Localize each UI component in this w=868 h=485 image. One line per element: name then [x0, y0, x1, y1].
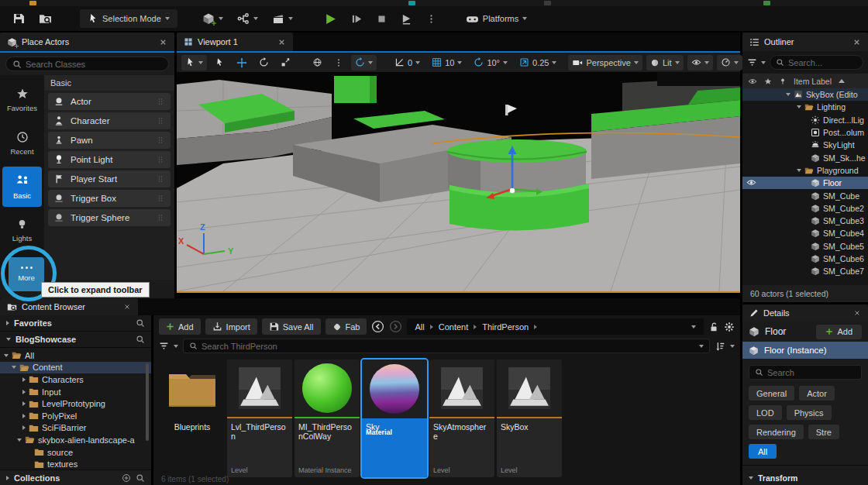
outliner-row-sm-cube[interactable]: SM_Cube: [742, 189, 868, 201]
tab-outliner[interactable]: Outliner: [742, 33, 868, 51]
close-icon[interactable]: [853, 309, 861, 317]
outliner-row-sm-cube6[interactable]: SM_Cube6: [742, 253, 868, 265]
asset-tile-skyatmosphere[interactable]: SkyAtmosphere Level: [429, 359, 494, 477]
outliner-row-postprocess[interactable]: Post...olum: [742, 126, 868, 139]
forward-button[interactable]: [389, 320, 402, 333]
outliner-row-sm-cube5[interactable]: SM_Cube5: [742, 240, 868, 253]
drag-handle-icon[interactable]: [156, 136, 165, 145]
play-button[interactable]: [319, 9, 342, 28]
chip-all[interactable]: All: [749, 444, 777, 459]
select-tool-button[interactable]: [211, 55, 229, 71]
play-options-button[interactable]: [422, 9, 441, 28]
grid-snap-dropdown[interactable]: 10: [428, 55, 466, 71]
drag-handle-icon[interactable]: [156, 213, 165, 222]
category-basic[interactable]: Basic: [2, 167, 42, 207]
surface-snap-dropdown[interactable]: [351, 55, 377, 71]
filter-chevron[interactable]: [174, 345, 178, 348]
scale-tool-button[interactable]: [277, 55, 294, 71]
show-flags-dropdown[interactable]: [687, 55, 713, 71]
launch-button[interactable]: [396, 9, 417, 28]
visibility-column-icon[interactable]: [748, 77, 757, 86]
close-icon[interactable]: [123, 303, 131, 311]
optimization-dropdown[interactable]: [717, 55, 742, 71]
placeable-actor[interactable]: Actor: [48, 93, 170, 110]
outliner-row-sm-cube7[interactable]: SM_Cube7: [742, 265, 868, 277]
viewport-select-mode-dropdown[interactable]: [181, 55, 207, 71]
blueprints-dropdown[interactable]: [232, 9, 263, 28]
placeable-trigger-box[interactable]: Trigger Box: [48, 190, 170, 207]
move-tool-button[interactable]: [232, 55, 251, 71]
add-button[interactable]: Add: [159, 318, 201, 335]
tree-row-source[interactable]: source: [0, 446, 151, 459]
filter-chevron[interactable]: [761, 61, 766, 64]
transform-options-button[interactable]: [330, 55, 347, 71]
asset-tile-mi-thirdperson[interactable]: MI_ThirdPersonColWay Material Instance: [294, 359, 360, 477]
chip-rendering[interactable]: Rendering: [749, 425, 804, 439]
tree-row-textures[interactable]: textures: [0, 458, 151, 470]
tree-row-polypixel[interactable]: PolyPixel: [0, 410, 151, 422]
outliner-row-sm-cube2[interactable]: SM_Cube2: [742, 202, 868, 215]
eye-icon[interactable]: [746, 177, 756, 187]
add-actor-dropdown[interactable]: [198, 9, 228, 28]
search-icon[interactable]: [136, 335, 145, 344]
outliner-row-sm-cube4[interactable]: SM_Cube4: [742, 227, 868, 239]
tab-details[interactable]: Details: [742, 304, 868, 322]
placeable-pawn[interactable]: Pawn: [48, 132, 170, 149]
tree-row-scifibarrier[interactable]: SciFiBarrier: [0, 422, 151, 435]
tree-row-skybox-alien[interactable]: skybox-alien-landscape-a: [0, 434, 151, 446]
add-component-button[interactable]: Add: [816, 325, 862, 339]
asset-tile-skybox[interactable]: SkyBox Level: [497, 359, 562, 477]
fab-button[interactable]: Fab: [326, 318, 367, 335]
item-label-column[interactable]: Item Label: [794, 77, 832, 86]
outliner-row-lighting[interactable]: Lighting: [742, 101, 868, 113]
tree-row-levelprototyping[interactable]: LevelPrototyping: [0, 397, 151, 410]
chip-actor[interactable]: Actor: [799, 386, 835, 401]
transform-section-header[interactable]: Transform: [742, 465, 868, 485]
collections-section[interactable]: Collections: [0, 470, 151, 485]
outliner-row-skylight[interactable]: SkyLight: [742, 139, 868, 151]
content-search-input[interactable]: Search ThirdPerson: [183, 339, 710, 353]
search-icon[interactable]: [136, 318, 145, 328]
search-classes-input[interactable]: Search Classes: [5, 57, 169, 71]
asset-tile-lvl-thirdperson[interactable]: Lvl_ThirdPerson Level: [227, 359, 292, 477]
root-section[interactable]: BlogShowcase: [0, 332, 151, 348]
actor-snap-dropdown[interactable]: 0: [391, 55, 424, 71]
platforms-dropdown[interactable]: Platforms: [461, 9, 532, 28]
rotation-snap-dropdown[interactable]: 10°: [470, 55, 512, 71]
pin-column-icon[interactable]: [779, 77, 787, 85]
outliner-row-sm-cube3[interactable]: SM_Cube3: [742, 215, 868, 227]
favorite-column-icon[interactable]: [764, 77, 772, 85]
breadcrumb-content[interactable]: Content: [439, 322, 469, 332]
save-all-button[interactable]: Save All: [262, 318, 321, 335]
category-recent[interactable]: Recent: [2, 123, 42, 163]
tree-row-content[interactable]: Content: [0, 362, 151, 374]
search-icon[interactable]: [136, 473, 145, 483]
tab-content-browser[interactable]: Content Browser: [0, 298, 138, 315]
outliner-row-directional-light[interactable]: Direct...lLig: [742, 114, 868, 126]
rotate-tool-button[interactable]: [255, 55, 273, 71]
selection-mode-dropdown[interactable]: Selection Mode: [80, 9, 177, 28]
filter-icon[interactable]: [159, 341, 169, 351]
tree-row-all[interactable]: All: [0, 349, 151, 362]
details-search-input[interactable]: Search: [749, 365, 862, 380]
category-favorites[interactable]: Favorites: [2, 80, 42, 120]
outliner-row-playground[interactable]: Playground: [742, 164, 868, 177]
category-lights[interactable]: Lights: [2, 210, 42, 250]
outliner-row-floor[interactable]: Floor: [742, 177, 868, 189]
camera-mode-dropdown[interactable]: Perspective: [568, 55, 642, 71]
stop-button[interactable]: [372, 9, 391, 28]
chip-streaming[interactable]: Stre: [808, 425, 839, 439]
path-dropdown-chevron[interactable]: [691, 325, 696, 328]
tree-row-characters[interactable]: Characters: [0, 373, 151, 386]
tab-viewport-1[interactable]: Viewport 1: [177, 33, 293, 51]
world-space-toggle[interactable]: [308, 55, 326, 71]
more-button[interactable]: More: [9, 257, 44, 291]
import-button[interactable]: Import: [205, 318, 257, 335]
component-instance-row[interactable]: Floor (Instance): [742, 342, 868, 359]
scale-snap-dropdown[interactable]: 0.25: [515, 55, 560, 71]
view-mode-dropdown[interactable]: Lit: [646, 55, 684, 71]
close-icon[interactable]: [852, 38, 861, 46]
close-icon[interactable]: [159, 38, 167, 46]
placeable-player-start[interactable]: Player Start: [48, 170, 170, 187]
outliner-filter-icon[interactable]: [747, 57, 757, 67]
